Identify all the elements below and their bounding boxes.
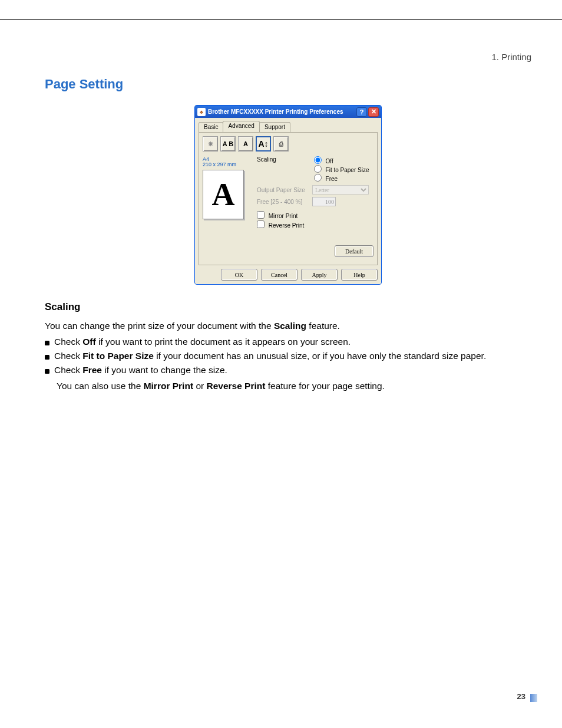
- output-paper-label: Output Paper Size: [257, 187, 312, 193]
- bullet-off: Check Off if you want to print the docum…: [45, 337, 531, 347]
- chk-reverse-input[interactable]: [257, 220, 265, 228]
- tab-support[interactable]: Support: [259, 122, 290, 133]
- content-area: Page Setting ♣ Brother MFCXXXXX Printer …: [45, 77, 531, 396]
- preview-sample-glyph: A: [212, 179, 235, 210]
- print-prefs-dialog: ♣ Brother MFCXXXXX Printer Printing Pref…: [194, 105, 382, 285]
- t: You can change the print size of your do…: [45, 321, 274, 331]
- chk-mirror-input[interactable]: [257, 211, 265, 219]
- t: Free: [82, 365, 102, 375]
- radio-fit-label: Fit to Paper Size: [326, 167, 369, 173]
- advanced-inner: A4 210 x 297 mm A Scaling: [203, 156, 373, 257]
- t: if you want to print the document as it …: [98, 337, 351, 347]
- preview-sheet: A: [203, 170, 244, 219]
- bullet-fit: Check Fit to Paper Size if your document…: [45, 351, 531, 361]
- default-button[interactable]: Default: [335, 245, 373, 257]
- breadcrumb: 1. Printing: [491, 52, 531, 62]
- bullet-free: Check Free if you want to change the siz…: [45, 365, 531, 375]
- preview-paper-dims: 210 x 297 mm: [203, 162, 251, 167]
- cancel-button[interactable]: Cancel: [261, 269, 297, 281]
- t: Mirror Print: [144, 381, 193, 391]
- advanced-toolbar: ✷ A B A A↕ ⎙: [203, 136, 373, 151]
- radio-off[interactable]: Off: [314, 156, 369, 164]
- bullet-icon: [45, 341, 49, 345]
- chk-mirror[interactable]: Mirror Print: [257, 211, 373, 219]
- t: Check: [54, 337, 82, 347]
- app-icon-glyph: ♣: [200, 109, 203, 115]
- t: Check: [54, 365, 82, 375]
- tab-advanced[interactable]: Advanced: [223, 121, 259, 132]
- radio-off-input[interactable]: [314, 156, 322, 164]
- scaling-note: You can also use the Mirror Print or Rev…: [57, 379, 531, 393]
- bullet-icon: [45, 355, 49, 360]
- bullet-off-text: Check Off if you want to print the docum…: [54, 337, 531, 347]
- apply-button[interactable]: Apply: [301, 269, 338, 281]
- toolbar-watermark-icon[interactable]: A: [238, 136, 253, 151]
- close-button[interactable]: ✕: [368, 107, 379, 117]
- t: if you want to change the size.: [104, 365, 227, 375]
- scaling-intro: You can change the print size of your do…: [45, 319, 531, 333]
- t: Reverse Print: [206, 381, 265, 391]
- bullet-icon: [45, 369, 49, 374]
- radio-off-label: Off: [326, 158, 333, 164]
- tab-strip: Basic Advanced Support: [199, 120, 378, 132]
- section-scaling-heading: Scaling: [45, 301, 531, 313]
- toolbar-quality-icon[interactable]: ✷: [203, 136, 218, 151]
- dialog-body: Basic Advanced Support ✷ A B A A↕ ⎙: [195, 118, 381, 284]
- settings-column: Scaling Off Fit to Paper Siz: [251, 156, 373, 257]
- scaling-section: Scaling Off Fit to Paper Siz: [257, 156, 373, 183]
- free-pct-label: Free [25 - 400 %]: [257, 199, 312, 205]
- t: You can also use the: [57, 381, 144, 391]
- tab-basic[interactable]: Basic: [199, 122, 223, 133]
- toolbar-multipage-icon[interactable]: A B: [220, 136, 236, 151]
- dlg-help-button[interactable]: Help: [341, 269, 378, 281]
- t: Scaling: [274, 321, 306, 331]
- output-paper-select: Letter: [312, 185, 369, 195]
- dialog-titlebar: ♣ Brother MFCXXXXX Printer Printing Pref…: [195, 106, 381, 118]
- free-pct-row: Free [25 - 400 %]: [257, 197, 373, 206]
- toolbar-device-options-icon[interactable]: ⎙: [273, 136, 289, 151]
- bullet-free-text: Check Free if you want to change the siz…: [54, 365, 531, 375]
- app-icon: ♣: [197, 108, 206, 116]
- page-rule: [0, 0, 562, 20]
- toolbar-page-setting-icon[interactable]: A↕: [256, 136, 271, 151]
- t: feature.: [309, 321, 340, 331]
- t: Check: [54, 351, 82, 361]
- page: 1. Printing Page Setting ♣ Brother MFCXX…: [0, 0, 562, 728]
- scaling-radios: Off Fit to Paper Size Free: [314, 156, 369, 183]
- t: Fit to Paper Size: [82, 351, 154, 361]
- bullet-fit-text: Check Fit to Paper Size if your document…: [54, 351, 531, 361]
- radio-free-label: Free: [326, 176, 338, 182]
- chk-reverse-label: Reverse Print: [269, 222, 305, 229]
- chk-reverse[interactable]: Reverse Print: [257, 220, 373, 229]
- extra-checks: Mirror Print Reverse Print: [257, 211, 373, 229]
- t: feature for your page setting.: [268, 381, 385, 391]
- radio-fit[interactable]: Fit to Paper Size: [314, 165, 369, 173]
- page-number: 23: [517, 692, 525, 701]
- free-pct-field: [312, 197, 336, 206]
- dialog-title: Brother MFCXXXXX Printer Printing Prefer…: [208, 108, 355, 115]
- dialog-figure: ♣ Brother MFCXXXXX Printer Printing Pref…: [45, 105, 531, 285]
- page-title: Page Setting: [45, 77, 531, 92]
- advanced-tab-pane: ✷ A B A A↕ ⎙ A4 210 x 297 mm A: [199, 132, 378, 265]
- ok-button[interactable]: OK: [221, 269, 257, 281]
- help-button[interactable]: ?: [356, 107, 367, 117]
- dialog-buttons: OK Cancel Apply Help: [199, 269, 378, 281]
- page-edge-mark: [530, 694, 537, 702]
- radio-free[interactable]: Free: [314, 174, 369, 182]
- scaling-label: Scaling: [257, 156, 312, 163]
- default-row: Default: [257, 245, 373, 257]
- chk-mirror-label: Mirror Print: [269, 213, 297, 219]
- page-preview-panel: A4 210 x 297 mm A: [203, 156, 251, 257]
- radio-free-input[interactable]: [314, 174, 322, 182]
- radio-fit-input[interactable]: [314, 165, 322, 173]
- t: if your document has an unusual size, or…: [156, 351, 486, 361]
- t: Off: [82, 337, 95, 347]
- output-paper-row: Output Paper Size Letter: [257, 185, 373, 195]
- t: or: [196, 381, 206, 391]
